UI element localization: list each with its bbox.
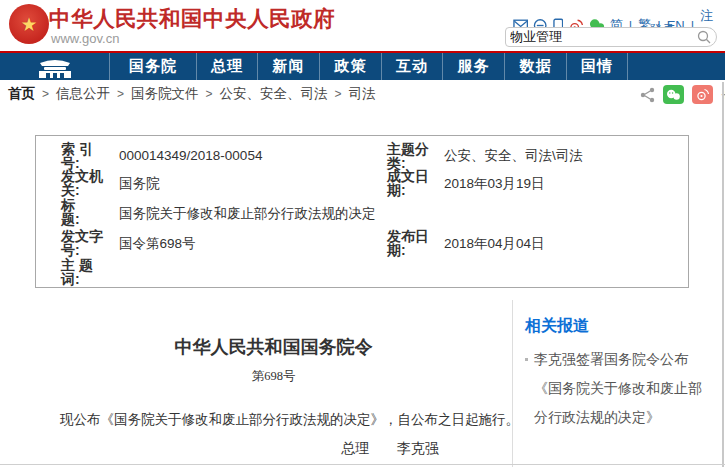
meta-label-written-date: 成文日 期: xyxy=(387,169,444,198)
site-url: www.gov.cn xyxy=(51,31,119,46)
breadcrumb-separator: > xyxy=(206,87,213,101)
nav-item-news[interactable]: 新闻 xyxy=(258,53,320,80)
nav-item-policies[interactable]: 政策 xyxy=(320,53,382,80)
meta-empty-cell xyxy=(387,258,444,285)
breadcrumb-home[interactable]: 首页 xyxy=(8,85,35,103)
meta-value-issuing-agency: 国务院 xyxy=(119,175,387,193)
bullet-icon xyxy=(525,358,528,361)
meta-value-written-date: 2018年03月19日 xyxy=(444,175,688,193)
nav-item-national-profile[interactable]: 国情 xyxy=(567,53,628,80)
meta-value-index-no: 000014349/2018-00054 xyxy=(119,148,387,163)
meta-label-publish-date: 发布日 期: xyxy=(387,229,444,258)
decree-number: 第698号 xyxy=(35,368,512,385)
meta-label-issuing-agency: 发文机 关: xyxy=(61,169,119,198)
decree-signature: 总理 李克强 xyxy=(35,440,512,458)
search-icon[interactable] xyxy=(697,30,711,44)
meta-label-index-no: 索 引 号: xyxy=(61,142,119,169)
meta-value-topic-category: 公安、安全、司法\司法 xyxy=(444,147,688,165)
meta-empty-cell xyxy=(387,198,444,229)
share-wechat-button[interactable] xyxy=(663,85,684,104)
meta-label-title: 标 题: xyxy=(61,198,119,229)
share-icon[interactable] xyxy=(640,87,655,103)
tiananmen-home-icon xyxy=(36,56,74,78)
search-input[interactable] xyxy=(506,30,697,45)
meta-value-title: 国务院关于修改和废止部分行政法规的决定 xyxy=(119,205,387,223)
footer-top-border xyxy=(0,464,725,465)
nav-home-button[interactable] xyxy=(0,53,110,80)
breadcrumb: 首页 > 信息公开 > 国务院文件 > 公安、安全、司法 > 司法 xyxy=(8,80,376,108)
meta-label-keywords: 主 题 词: xyxy=(61,258,119,285)
site-title: 中华人民共和国中央人民政府 xyxy=(49,4,335,33)
decree-article: 中华人民共和国国务院令 第698号 现公布《国务院关于修改和废止部分行政法规的决… xyxy=(35,288,512,467)
meta-value-doc-number: 国令第698号 xyxy=(119,235,387,253)
breadcrumb-public-security[interactable]: 公安、安全、司法 xyxy=(220,85,328,103)
emblem-star-icon: ★ xyxy=(20,15,37,34)
nav-item-interact[interactable]: 互动 xyxy=(382,53,443,80)
weibo-badge-icon xyxy=(695,88,710,101)
related-report-link[interactable]: 李克强签署国务院令公布《国务院关于修改和废止部分行政法规的决定》 xyxy=(525,345,712,432)
breadcrumb-separator: > xyxy=(117,87,124,101)
nav-item-data[interactable]: 数据 xyxy=(505,53,567,80)
breadcrumb-justice[interactable]: 司法 xyxy=(349,85,376,103)
breadcrumb-info-disclosure[interactable]: 信息公开 xyxy=(56,85,110,103)
decree-title: 中华人民共和国国务院令 xyxy=(35,335,512,359)
share-weibo-button[interactable] xyxy=(692,85,713,104)
nav-filler xyxy=(628,53,725,80)
page-right-border xyxy=(722,82,724,467)
related-reports-heading: 相关报道 xyxy=(525,316,723,337)
gov-cn-page: ★ 中华人民共和国中央人民政府 www.gov.cn 简 | 繁 | xyxy=(0,0,725,467)
share-toolbar: + xyxy=(640,85,725,104)
nav-item-premier[interactable]: 总理 xyxy=(197,53,258,80)
wechat-badge-icon xyxy=(666,89,681,101)
related-report-text: 李克强签署国务院令公布《国务院关于修改和废止部分行政法规的决定》 xyxy=(534,351,702,425)
meta-label-topic-category: 主题分 类: xyxy=(387,142,444,169)
nav-item-state-council[interactable]: 国务院 xyxy=(110,53,197,80)
nav-item-services[interactable]: 服务 xyxy=(443,53,505,80)
related-reports-panel: 相关报道 李克强签署国务院令公布《国务院关于修改和废止部分行政法规的决定》 xyxy=(512,300,723,467)
breadcrumb-state-council-docs[interactable]: 国务院文件 xyxy=(131,85,199,103)
search-box xyxy=(505,27,717,47)
breadcrumb-separator: > xyxy=(42,87,49,101)
meta-label-doc-number: 发文字 号: xyxy=(61,229,119,258)
national-emblem-logo[interactable]: ★ xyxy=(9,4,49,44)
meta-value-publish-date: 2018年04月04日 xyxy=(444,235,688,253)
breadcrumb-separator: > xyxy=(335,87,342,101)
document-meta-table: 索 引 号: 000014349/2018-00054 主题分 类: 公安、安全… xyxy=(35,135,689,288)
main-nav: 国务院 总理 新闻 政策 互动 服务 数据 国情 xyxy=(0,53,725,80)
decree-body-text: 现公布《国务院关于修改和废止部分行政法规的决定》，自公布之日起施行。 xyxy=(35,411,512,429)
